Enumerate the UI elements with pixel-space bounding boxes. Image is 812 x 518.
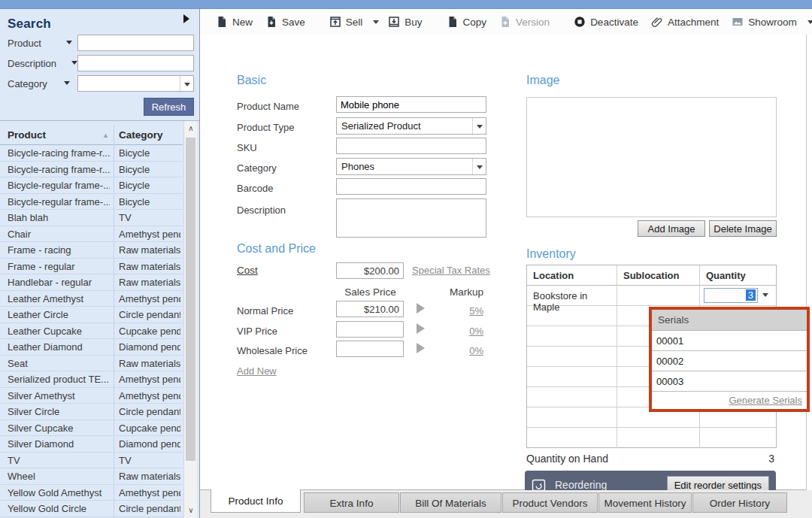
cost-input[interactable]: $200.00: [336, 262, 404, 279]
product-list-row[interactable]: Chair Amethyst pendant: [0, 226, 183, 243]
cost-price-section-title: Cost and Price: [237, 242, 316, 256]
version-button[interactable]: Version: [495, 14, 553, 30]
product-filter-caret-icon[interactable]: [66, 41, 72, 44]
results-column-category[interactable]: Category: [119, 129, 163, 141]
product-list-row[interactable]: Bicycle-racing frame-r... Bicycle: [0, 162, 183, 178]
price-arrow-icon[interactable]: [417, 303, 425, 314]
barcode-input[interactable]: [336, 178, 486, 195]
wholesale-price-input[interactable]: [336, 341, 404, 357]
product-list-row[interactable]: TV TV: [0, 453, 183, 469]
copy-button[interactable]: Copy: [443, 14, 491, 30]
product-type-dropdown-icon[interactable]: [472, 118, 486, 134]
product-list-row[interactable]: Yellow Gold Circle Circle pendant: [0, 501, 183, 517]
row-product-cell: Chair: [8, 229, 110, 240]
product-list-row[interactable]: Silver Amethyst Amethyst pendant: [0, 388, 183, 404]
product-name-input[interactable]: [336, 96, 486, 113]
deactivate-button[interactable]: Deactivate: [570, 14, 642, 30]
product-list-row[interactable]: Seat Raw materials (bi...: [0, 356, 183, 372]
inventory-row[interactable]: Bookstore in Maple 3: [527, 286, 776, 306]
row-product-cell: Silver Amethyst: [8, 390, 110, 401]
delete-image-button[interactable]: Delete Image: [709, 220, 777, 237]
search-description-input[interactable]: [77, 55, 194, 71]
row-product-cell: Handlebar - regular: [8, 277, 110, 288]
results-column-product[interactable]: Product: [8, 129, 46, 141]
vip-price-input[interactable]: [336, 321, 404, 338]
tab-extra-info[interactable]: Extra Info: [304, 492, 399, 513]
serial-number-row[interactable]: 00002: [652, 351, 807, 371]
normal-price-input[interactable]: $210.00: [336, 301, 404, 317]
showroom-dropdown-icon[interactable]: [807, 20, 812, 24]
row-product-cell: Serialized product TE...: [8, 374, 110, 385]
product-type-combo[interactable]: Serialized Product: [336, 117, 486, 135]
product-list-row[interactable]: Blah blah TV: [0, 210, 183, 226]
product-list-row[interactable]: Frame - racing Raw materials (bi...: [0, 242, 183, 259]
product-list-row[interactable]: Leather Circle Circle pendant: [0, 307, 183, 323]
tab-bill-of-materials[interactable]: Bill Of Materials: [400, 492, 501, 513]
category-combo[interactable]: Phones: [336, 158, 486, 175]
category-label: Category: [237, 162, 277, 174]
row-category-cell: Raw materials (bi...: [119, 358, 180, 369]
category-filter-caret-icon[interactable]: [64, 81, 70, 85]
product-list-row[interactable]: Bicycle-regular frame-... Bicycle: [0, 194, 183, 211]
sell-button[interactable]: Sell: [326, 14, 367, 30]
quantity-input[interactable]: 3: [704, 288, 758, 303]
quantity-dropdown-icon[interactable]: [762, 293, 768, 297]
product-list-row[interactable]: Leather Diamond Diamond pendant: [0, 339, 183, 356]
price-arrow-icon[interactable]: [417, 323, 425, 334]
category-dropdown-icon[interactable]: [472, 159, 486, 174]
special-tax-rates-link[interactable]: Special Tax Rates: [412, 265, 490, 276]
row-category-cell: Circle pendant: [119, 503, 180, 514]
sell-dropdown-icon[interactable]: [373, 20, 379, 24]
product-list-row[interactable]: Frame - regular Raw materials (bi...: [0, 259, 183, 275]
product-list-row[interactable]: Handlebar - regular Raw materials (bi...: [0, 274, 183, 291]
buy-button[interactable]: Buy: [384, 14, 426, 30]
description-textarea[interactable]: [336, 198, 486, 238]
product-list-row[interactable]: Silver Cupcake Cupcake pendant: [0, 420, 183, 437]
attachment-button[interactable]: Attachment: [647, 14, 723, 30]
serial-number-row[interactable]: 00003: [652, 371, 807, 392]
panel-collapse-icon[interactable]: [183, 14, 189, 23]
results-scrollbar[interactable]: ∧ ∨: [183, 121, 197, 518]
add-new-link[interactable]: Add New: [237, 365, 277, 377]
scrollbar-thumb[interactable]: [186, 138, 195, 461]
description-filter-caret-icon[interactable]: [71, 61, 77, 65]
search-product-input[interactable]: [77, 35, 194, 51]
product-list-row[interactable]: Bicycle-regular frame-... Bicycle: [0, 177, 183, 194]
tab-order-history[interactable]: Order History: [692, 492, 787, 513]
refresh-button[interactable]: Refresh: [144, 98, 194, 116]
wholesale-markup-link[interactable]: 0%: [465, 345, 483, 356]
sku-input[interactable]: [336, 138, 486, 154]
scroll-up-icon[interactable]: ∧: [184, 123, 198, 135]
search-category-combo[interactable]: [77, 75, 194, 92]
serials-popup-footer: Generate Serials: [652, 392, 807, 409]
normal-markup-link[interactable]: 5%: [465, 305, 483, 317]
price-arrow-icon[interactable]: [417, 343, 425, 353]
cost-link[interactable]: Cost: [237, 265, 258, 276]
product-list-row[interactable]: Silver Circle Circle pendant: [0, 404, 183, 420]
new-page-icon: [216, 16, 228, 28]
product-list-row[interactable]: Leather Cupcake Cupcake pendant: [0, 323, 183, 340]
showroom-button[interactable]: Showroom: [728, 14, 801, 30]
new-button[interactable]: New: [212, 14, 256, 30]
product-list-row[interactable]: Leather Amethyst Amethyst pendant: [0, 291, 183, 307]
scroll-down-icon[interactable]: ∨: [184, 504, 198, 516]
inventory-empty-row[interactable]: [527, 428, 776, 448]
tab-product-vendors[interactable]: Product Vendors: [502, 492, 598, 513]
generate-serials-link[interactable]: Generate Serials: [729, 395, 802, 406]
tab-product-info[interactable]: Product Info: [211, 489, 301, 513]
product-list-row[interactable]: Wheel Raw materials (bi...: [0, 468, 183, 485]
product-list-row[interactable]: Bicycle-racing frame-r... Bicycle: [0, 145, 183, 162]
save-button[interactable]: Save: [262, 14, 309, 30]
product-list-row[interactable]: Yellow Gold Amethyst Amethyst pendant: [0, 485, 183, 501]
category-combo-dropdown-icon[interactable]: [180, 76, 193, 91]
inventory-header-row: Location Sublocation Quantity: [527, 265, 776, 286]
row-category-cell: Bicycle: [119, 147, 180, 159]
deactivate-icon: [574, 16, 586, 28]
add-image-button[interactable]: Add Image: [638, 220, 705, 237]
serial-number-row[interactable]: 00001: [652, 331, 807, 351]
product-list-row[interactable]: Silver Diamond Diamond pendant: [0, 436, 183, 453]
row-category-cell: TV: [119, 212, 180, 223]
vip-markup-link[interactable]: 0%: [465, 326, 483, 337]
tab-movement-history[interactable]: Movement History: [598, 492, 692, 513]
product-list-row[interactable]: Serialized product TE... Amethyst pendan…: [0, 371, 183, 388]
